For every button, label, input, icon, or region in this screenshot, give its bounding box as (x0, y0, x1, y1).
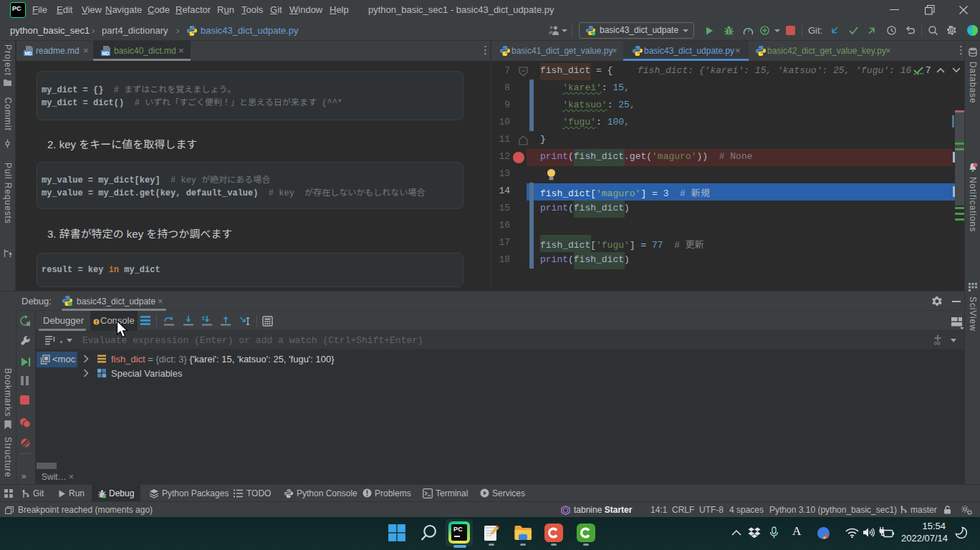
svg-text:MD: MD (24, 51, 32, 56)
svg-text:MD: MD (102, 51, 109, 56)
